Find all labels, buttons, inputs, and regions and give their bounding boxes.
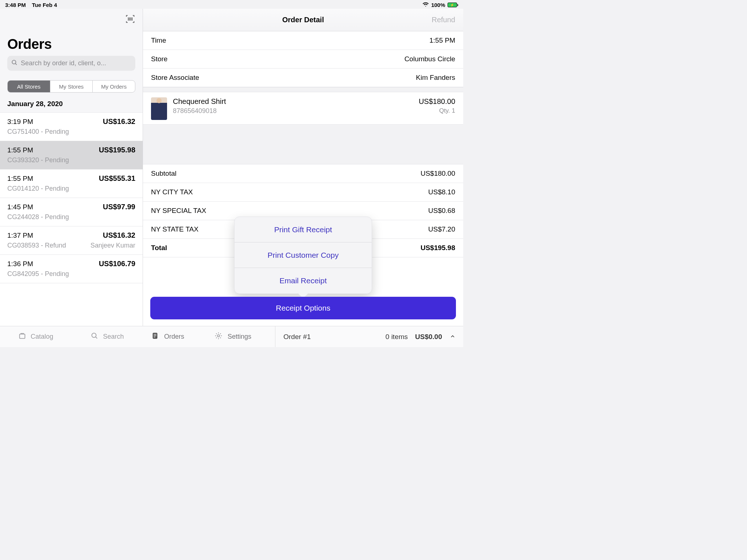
svg-point-2 <box>92 333 96 338</box>
order-detail-pane: Order Detail Refund Time 1:55 PM Store C… <box>143 9 463 347</box>
receipt-options-popover: Print Gift Receipt Print Customer Copy E… <box>234 217 372 294</box>
search-icon <box>90 332 98 342</box>
search-input[interactable] <box>21 59 132 67</box>
label: NY STATE TAX <box>151 225 198 233</box>
order-amount: US$555.31 <box>99 174 135 183</box>
cart-summary[interactable]: 0 items US$0.00 <box>378 326 463 347</box>
orders-list[interactable]: 3:19 PMUS$16.32 CG751400 - Pending 1:55 … <box>0 112 143 347</box>
order-list-item[interactable]: 1:45 PMUS$97.99 CG244028 - Pending <box>0 198 143 226</box>
status-date: Tue Feb 4 <box>32 2 57 8</box>
product-qty: Qty. 1 <box>419 107 455 114</box>
order-meta: CG244028 - Pending <box>7 213 69 221</box>
label: Store Associate <box>151 74 199 82</box>
seg-my-stores[interactable]: My Stores <box>50 81 93 92</box>
seg-my-orders[interactable]: My Orders <box>93 81 135 92</box>
value: 1:55 PM <box>429 36 455 44</box>
tab-label: Catalog <box>31 333 53 341</box>
order-number: Order #1 <box>283 333 311 341</box>
detail-store-row: Store Columbus Circle <box>143 50 463 69</box>
order-meta: CG842095 - Pending <box>7 270 69 278</box>
status-time: 3:48 PM <box>5 2 26 8</box>
order-amount: US$97.99 <box>103 203 135 211</box>
value: US$7.20 <box>428 225 455 233</box>
value: US$8.10 <box>428 188 455 196</box>
order-amount: US$16.32 <box>103 231 135 240</box>
order-amount: US$16.32 <box>103 117 135 126</box>
orders-pane: Orders All Stores My Stores My Orders Ja… <box>0 9 143 347</box>
detail-time-row: Time 1:55 PM <box>143 31 463 50</box>
subtotal-row: Subtotal US$180.00 <box>143 164 463 183</box>
svg-rect-4 <box>154 334 156 334</box>
label: Time <box>151 36 166 44</box>
bottom-bar-left: Catalog Search <box>0 326 143 347</box>
store-filter-segment: All Stores My Stores My Orders <box>7 80 135 93</box>
order-time: 1:45 PM <box>7 203 33 211</box>
value: Kim Fanders <box>416 74 455 82</box>
email-receipt-button[interactable]: Email Receipt <box>235 268 372 293</box>
current-order-label[interactable]: Order #1 <box>275 326 378 347</box>
svg-rect-5 <box>154 335 156 336</box>
label: Store <box>151 55 167 63</box>
search-icon <box>11 59 18 67</box>
svg-point-7 <box>217 335 220 337</box>
order-time: 1:36 PM <box>7 260 33 268</box>
detail-header: Order Detail Refund <box>143 9 463 31</box>
city-tax-row: NY CITY TAX US$8.10 <box>143 183 463 202</box>
receipt-icon <box>151 332 159 342</box>
tab-orders[interactable]: Orders <box>143 326 206 347</box>
svg-rect-1 <box>20 334 25 338</box>
label: NY CITY TAX <box>151 188 193 196</box>
section-gap <box>143 87 463 92</box>
wifi-icon <box>422 2 429 8</box>
value: US$195.98 <box>421 244 455 252</box>
tab-settings[interactable]: Settings <box>206 326 275 347</box>
barcode-scan-icon[interactable] <box>125 14 135 26</box>
line-item[interactable]: Chequered Shirt 878656409018 US$180.00 Q… <box>143 92 463 124</box>
order-time: 1:55 PM <box>7 146 33 154</box>
chevron-up-icon <box>450 333 455 341</box>
tab-catalog[interactable]: Catalog <box>0 326 71 347</box>
tab-label: Search <box>103 333 124 341</box>
order-time: 3:19 PM <box>7 118 33 126</box>
detail-title: Order Detail <box>282 16 324 24</box>
label: NY SPECIAL TAX <box>151 207 206 215</box>
gear-icon <box>214 332 222 342</box>
order-meta: CG014120 - Pending <box>7 185 69 192</box>
status-bar: 3:48 PM Tue Feb 4 100% ⚡ <box>0 0 463 9</box>
page-title: Orders <box>0 36 143 52</box>
label: Total <box>151 244 167 252</box>
svg-rect-6 <box>154 337 155 337</box>
order-time: 1:37 PM <box>7 232 33 240</box>
svg-point-0 <box>12 60 16 64</box>
battery-percent: 100% <box>431 2 445 8</box>
order-client: Sanjeev Kumar <box>90 242 135 249</box>
seg-all-stores[interactable]: All Stores <box>8 81 50 92</box>
catalog-icon <box>18 332 26 342</box>
value: US$0.68 <box>428 207 455 215</box>
tab-label: Orders <box>164 333 184 341</box>
bottom-bar-right: Orders Settings Order #1 0 items US$0.00 <box>143 326 463 347</box>
print-gift-receipt-button[interactable]: Print Gift Receipt <box>235 217 372 242</box>
product-thumbnail <box>151 97 167 120</box>
order-amount: US$195.98 <box>99 146 135 154</box>
orders-date-header: January 28, 2020 <box>0 96 143 112</box>
tab-search[interactable]: Search <box>71 326 143 347</box>
order-list-item[interactable]: 1:36 PMUS$106.79 CG842095 - Pending <box>0 255 143 283</box>
search-field[interactable] <box>7 56 135 71</box>
order-meta: CG038593 - Refund <box>7 242 66 249</box>
order-list-item[interactable]: 1:55 PMUS$555.31 CG014120 - Pending <box>0 170 143 198</box>
order-meta: CG751400 - Pending <box>7 128 69 136</box>
section-gap <box>143 124 463 164</box>
order-list-item[interactable]: 3:19 PMUS$16.32 CG751400 - Pending <box>0 113 143 141</box>
print-customer-copy-button[interactable]: Print Customer Copy <box>235 242 372 268</box>
receipt-options-button[interactable]: Receipt Options <box>150 297 456 319</box>
product-name: Chequered Shirt <box>173 97 413 106</box>
refund-button[interactable]: Refund <box>432 16 456 24</box>
value: US$180.00 <box>421 170 455 178</box>
order-list-item[interactable]: 1:37 PMUS$16.32 CG038593 - RefundSanjeev… <box>0 226 143 255</box>
value: Columbus Circle <box>405 55 455 63</box>
tab-label: Settings <box>228 333 251 341</box>
detail-associate-row: Store Associate Kim Fanders <box>143 69 463 87</box>
order-list-item[interactable]: 1:55 PMUS$195.98 CG393320 - Pending <box>0 141 143 170</box>
order-meta: CG393320 - Pending <box>7 156 69 164</box>
